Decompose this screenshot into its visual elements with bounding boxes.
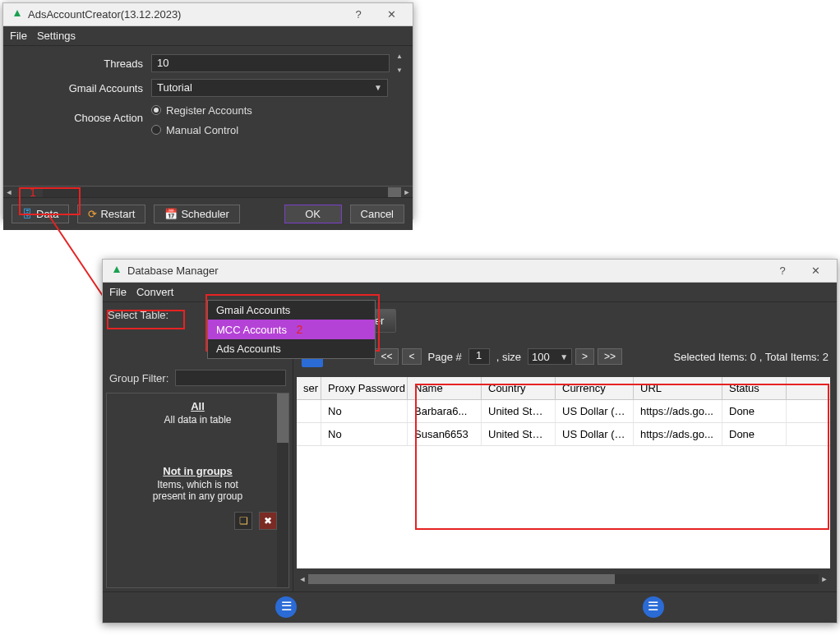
select-table-label: Select Table: bbox=[108, 309, 168, 321]
ok-button[interactable]: OK bbox=[284, 205, 342, 223]
h-scrollbar[interactable]: ◄ 1 ► bbox=[3, 186, 413, 197]
bottom-bar: ☰ ☰ bbox=[103, 591, 837, 621]
pager-first[interactable]: << bbox=[374, 348, 399, 365]
database-icon: 🗄 bbox=[22, 208, 33, 220]
col-proxy-password[interactable]: Proxy Password bbox=[321, 377, 408, 399]
app-logo-icon bbox=[111, 266, 121, 276]
group-filter-list[interactable]: All All data in table Not in groups Item… bbox=[106, 393, 289, 588]
titlebar[interactable]: AdsAccountCreator(13.12.2023) ? ✕ bbox=[3, 3, 413, 26]
status-text: Selected Items: 0 , Total Items: 2 bbox=[674, 351, 828, 363]
col-country[interactable]: Country bbox=[482, 377, 556, 399]
radio-manual[interactable] bbox=[151, 125, 161, 135]
menu-settings[interactable]: Settings bbox=[37, 30, 76, 42]
gf-all-desc: All data in table bbox=[107, 414, 288, 426]
threads-value: 10 bbox=[157, 55, 168, 71]
restart-icon: ⟳ bbox=[88, 208, 97, 220]
scroll-right-icon[interactable]: ► bbox=[819, 575, 830, 583]
col-status[interactable]: Status bbox=[722, 377, 787, 399]
scheduler-button[interactable]: 📅 Scheduler bbox=[154, 205, 240, 223]
pager-page-input[interactable]: 1 bbox=[468, 348, 490, 365]
col-ser[interactable]: ser bbox=[297, 377, 321, 399]
window-title: Database Manager bbox=[127, 265, 219, 277]
threads-label: Threads bbox=[3, 58, 151, 70]
pager-prev[interactable]: < bbox=[402, 348, 421, 365]
choose-action-label: Choose Action bbox=[3, 100, 151, 140]
grid-header: ser Proxy Password Name Country Currency… bbox=[297, 377, 830, 400]
gmail-select[interactable]: Tutorial ▼ bbox=[151, 79, 388, 97]
scroll-right-icon[interactable]: ► bbox=[401, 188, 413, 196]
annotation-1: 1 bbox=[30, 186, 36, 199]
table-row[interactable]: No Susan6653 United Stat... US Dollar (U… bbox=[297, 423, 830, 446]
scroll-up-icon[interactable]: ▲ bbox=[391, 53, 408, 60]
close-button[interactable]: ✕ bbox=[802, 265, 828, 277]
scroll-left-icon[interactable]: ◄ bbox=[297, 575, 308, 583]
menubar: File Settings bbox=[3, 26, 413, 46]
left-list-button[interactable]: ☰ bbox=[275, 596, 297, 618]
data-button[interactable]: 🗄 Data bbox=[12, 205, 69, 223]
database-manager-window: Database Manager ? ✕ File Convert Select… bbox=[102, 259, 838, 623]
col-currency[interactable]: Currency bbox=[556, 377, 634, 399]
delete-button[interactable]: ✖ bbox=[259, 512, 277, 530]
gf-notingroups-desc: Items, which is not present in any group bbox=[107, 479, 288, 502]
help-button[interactable]: ? bbox=[345, 8, 372, 21]
annotation-2: 2 bbox=[297, 323, 303, 336]
footer-toolbar: 🗄 Data ⟳ Restart 📅 Scheduler OK Cancel bbox=[3, 197, 413, 230]
pager-next[interactable]: > bbox=[575, 348, 594, 365]
pager-size-label: , size bbox=[493, 351, 524, 363]
gf-notingroups-header[interactable]: Not in groups bbox=[107, 465, 288, 477]
radio-register[interactable] bbox=[151, 105, 161, 115]
scroll-down-icon[interactable]: ▼ bbox=[391, 67, 408, 74]
gmail-value: Tutorial bbox=[157, 80, 192, 96]
dd-item-gmail-accounts[interactable]: Gmail Accounts bbox=[208, 301, 375, 320]
dd-item-mcc-accounts[interactable]: MCC Accounts 2 bbox=[208, 320, 375, 339]
close-button[interactable]: ✕ bbox=[378, 8, 404, 21]
grid-h-scrollbar[interactable]: ◄ ► bbox=[297, 573, 830, 585]
data-grid[interactable]: ser Proxy Password Name Country Currency… bbox=[297, 377, 830, 568]
pager-size-select[interactable]: 100 ▼ bbox=[528, 348, 572, 365]
dd-item-ads-accounts[interactable]: Ads Accounts bbox=[208, 339, 375, 358]
gmail-label: Gmail Accounts bbox=[3, 82, 151, 94]
copy-button[interactable]: ❏ bbox=[234, 512, 252, 530]
radio-register-label: Register Accounts bbox=[166, 104, 252, 117]
v-scrollbar[interactable] bbox=[277, 393, 288, 587]
radio-manual-label: Manual Control bbox=[166, 124, 238, 136]
threads-input[interactable]: 10 bbox=[151, 54, 390, 72]
pager-last[interactable]: >> bbox=[598, 348, 622, 365]
group-filter-input[interactable] bbox=[175, 370, 286, 386]
cancel-button[interactable]: Cancel bbox=[350, 205, 404, 223]
pager-page-label: Page # bbox=[425, 351, 465, 363]
menu-file[interactable]: File bbox=[10, 30, 27, 42]
menu-convert[interactable]: Convert bbox=[136, 286, 174, 298]
left-pane: Select Table: Gmail Accounts MCC Account… bbox=[103, 302, 293, 591]
help-button[interactable]: ? bbox=[769, 265, 796, 277]
right-list-button[interactable]: ☰ bbox=[643, 596, 664, 618]
col-name[interactable]: Name bbox=[408, 377, 482, 399]
chevron-down-icon: ▼ bbox=[560, 352, 568, 361]
col-url[interactable]: URL bbox=[634, 377, 722, 399]
gf-all-header[interactable]: All bbox=[107, 400, 288, 412]
scroll-left-icon[interactable]: ◄ bbox=[3, 188, 15, 196]
group-filter-label: Group Filter: bbox=[109, 372, 168, 384]
menu-file[interactable]: File bbox=[109, 286, 127, 298]
select-table-dropdown[interactable]: Gmail Accounts MCC Accounts 2 Ads Accoun… bbox=[207, 300, 376, 359]
titlebar[interactable]: Database Manager ? ✕ bbox=[103, 260, 837, 283]
chevron-down-icon: ▼ bbox=[374, 80, 382, 96]
table-row[interactable]: No Barbara6... United Stat... US Dollar … bbox=[297, 400, 830, 423]
restart-button[interactable]: ⟳ Restart bbox=[77, 205, 145, 223]
calendar-icon: 📅 bbox=[164, 208, 178, 220]
app-logo-icon bbox=[12, 10, 21, 20]
window-title: AdsAccountCreator(13.12.2023) bbox=[28, 8, 181, 21]
pager: << < Page # 1 , size 100 ▼ > >> bbox=[328, 348, 669, 365]
ads-account-creator-window: AdsAccountCreator(13.12.2023) ? ✕ File S… bbox=[2, 2, 413, 219]
